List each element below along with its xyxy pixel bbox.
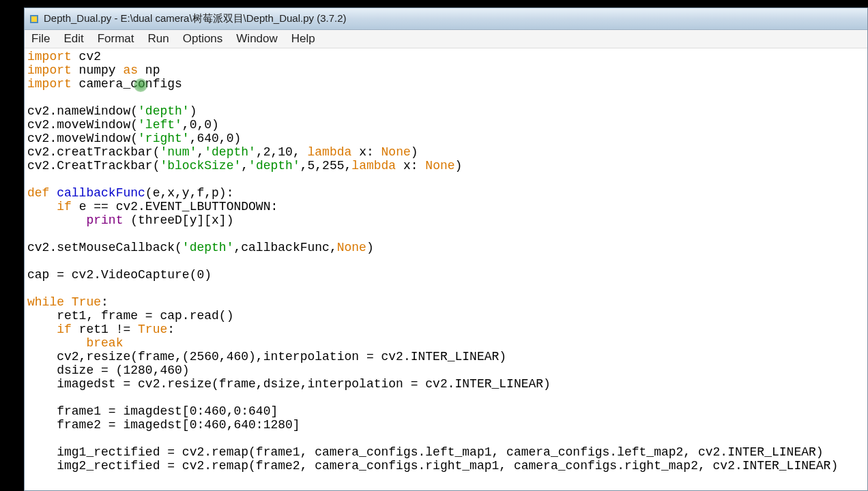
menu-run[interactable]: Run (141, 31, 176, 47)
window-title: Depth_Dual.py - E:\dual camera\树莓派双目\Dep… (44, 12, 347, 25)
idle-window: Depth_Dual.py - E:\dual camera\树莓派双目\Dep… (24, 8, 868, 491)
svg-rect-1 (31, 16, 37, 22)
menu-file[interactable]: File (29, 31, 57, 47)
code-editor[interactable]: import cv2 import numpy as np import cam… (25, 48, 867, 474)
menu-format[interactable]: Format (91, 31, 141, 47)
menubar: File Edit Format Run Options Window Help (25, 30, 867, 48)
menu-edit[interactable]: Edit (57, 31, 90, 47)
menu-help[interactable]: Help (285, 31, 322, 47)
menu-options[interactable]: Options (176, 31, 230, 47)
titlebar[interactable]: Depth_Dual.py - E:\dual camera\树莓派双目\Dep… (25, 8, 867, 30)
menu-window[interactable]: Window (229, 31, 284, 47)
python-icon (29, 14, 40, 25)
